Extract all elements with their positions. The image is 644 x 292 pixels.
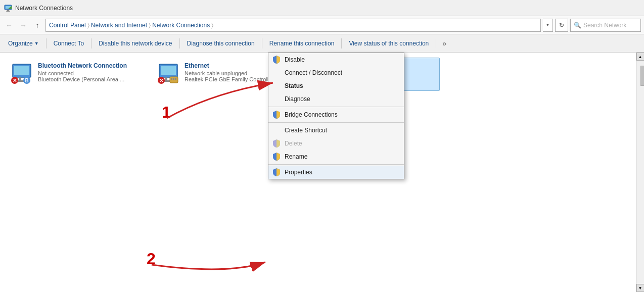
bluetooth-net-status: Not connected: [38, 70, 142, 76]
disable-shield-icon: [272, 56, 281, 64]
title-bar-text: Network Connections: [15, 5, 73, 12]
rename-shield-icon: [272, 153, 281, 161]
ctx-delete-label: Delete: [285, 140, 302, 147]
svg-rect-6: [11, 6, 12, 9]
toolbar-sep-4: [262, 38, 262, 48]
svg-rect-8: [14, 66, 29, 75]
ethernet-monitor-icon: ✕: [156, 62, 180, 86]
view-status-label: View status of this connection: [349, 40, 429, 47]
search-box[interactable]: 🔍 Search Network: [570, 19, 641, 32]
search-icon: 🔍: [574, 22, 581, 29]
path-item-control-panel[interactable]: Control Panel: [49, 22, 86, 29]
ctx-status-label: Status: [285, 82, 303, 89]
address-path: Control Panel 〉 Network and Internet 〉 N…: [45, 19, 541, 32]
path-sep-1: 〉: [87, 22, 89, 29]
step-1-label: 1: [162, 103, 171, 122]
title-bar: Network Connections: [0, 0, 644, 16]
path-sep-2: 〉: [149, 22, 151, 29]
svg-rect-9: [19, 77, 21, 80]
ctx-sep-1: [268, 107, 404, 107]
connect-to-label: Connect To: [54, 40, 84, 47]
scrollbar-up[interactable]: ▲: [636, 53, 645, 61]
scrollbar-down[interactable]: ▼: [636, 284, 645, 292]
search-placeholder: Search Network: [583, 22, 626, 29]
disable-label: Disable this network device: [99, 40, 172, 47]
toolbar-sep-6: [436, 38, 436, 48]
svg-rect-2: [7, 10, 9, 11]
bluetooth-icon-wrapper: ✕ B: [10, 62, 34, 86]
toolbar: Organize ▼ Connect To Disable this netwo…: [0, 34, 644, 53]
svg-text:B: B: [25, 78, 28, 83]
ctx-properties[interactable]: Properties: [268, 166, 404, 179]
path-item-network-internet[interactable]: Network and Internet: [91, 22, 147, 29]
ctx-disable-label: Disable: [285, 56, 305, 63]
organize-label: Organize: [8, 40, 33, 47]
rename-button[interactable]: Rename this connection: [265, 36, 339, 51]
bluetooth-network-item[interactable]: ✕ B Bluetooth Network Connection Not con…: [5, 58, 147, 91]
svg-rect-4: [9, 8, 10, 9]
rename-label: Rename this connection: [269, 40, 335, 47]
svg-rect-23: [173, 78, 174, 80]
svg-rect-16: [161, 66, 176, 75]
more-label: »: [442, 39, 446, 47]
ctx-properties-label: Properties: [285, 169, 312, 176]
organize-dropdown-icon: ▼: [34, 41, 39, 46]
bridge-shield-icon: [272, 111, 281, 119]
title-bar-icon: [4, 4, 12, 12]
ctx-create-shortcut-label: Create Shortcut: [285, 127, 327, 134]
address-bar: ← → ↑ Control Panel 〉 Network and Intern…: [0, 16, 644, 34]
path-item-network-connections[interactable]: Network Connections: [152, 22, 210, 29]
toolbar-sep-2: [91, 38, 91, 48]
connect-to-button[interactable]: Connect To: [50, 36, 88, 51]
svg-text:✕: ✕: [159, 78, 163, 83]
ctx-rename[interactable]: Rename: [268, 150, 404, 163]
ethernet-icon-wrapper: ✕: [156, 62, 180, 86]
organize-button[interactable]: Organize ▼: [4, 36, 43, 51]
ctx-create-shortcut[interactable]: Create Shortcut: [268, 124, 404, 137]
ctx-rename-label: Rename: [285, 153, 307, 160]
ctx-sep-3: [268, 164, 404, 165]
bluetooth-net-name: Bluetooth Network Connection: [38, 62, 142, 69]
ctx-status[interactable]: Status: [268, 79, 404, 92]
properties-shield-icon: [272, 168, 281, 176]
delete-shield-icon: [272, 139, 281, 148]
svg-rect-5: [10, 7, 11, 9]
ctx-disable[interactable]: Disable: [268, 53, 404, 66]
ctx-connect-label: Connect / Disconnect: [285, 69, 342, 76]
svg-rect-22: [171, 78, 172, 80]
svg-rect-17: [165, 77, 167, 80]
main-area: ✕ B Bluetooth Network Connection Not con…: [0, 53, 644, 292]
disable-button[interactable]: Disable this network device: [95, 36, 176, 51]
path-sep-3: 〉: [211, 22, 213, 29]
content-area: ✕ B Bluetooth Network Connection Not con…: [0, 53, 636, 292]
ctx-diagnose[interactable]: Diagnose: [268, 92, 404, 106]
forward-button[interactable]: →: [17, 19, 29, 31]
ctx-bridge-label: Bridge Connections: [285, 111, 338, 118]
address-dropdown[interactable]: ▼: [543, 19, 553, 32]
diagnose-label: Diagnose this connection: [187, 40, 255, 47]
ctx-delete[interactable]: Delete: [268, 137, 404, 150]
bluetooth-net-info: Bluetooth Network Connection Not connect…: [38, 62, 142, 82]
bluetooth-monitor-icon: ✕ B: [10, 62, 34, 86]
scrollbar-thumb[interactable]: [640, 66, 645, 86]
toolbar-sep-5: [341, 38, 342, 48]
ctx-bridge-connections[interactable]: Bridge Connections: [268, 108, 404, 121]
ctx-diagnose-label: Diagnose: [285, 95, 310, 103]
context-menu: Disable Connect / Disconnect Status Diag…: [268, 53, 404, 179]
back-button[interactable]: ←: [3, 19, 15, 31]
more-button[interactable]: »: [439, 36, 449, 51]
scrollbar: ▲ ▼: [636, 53, 644, 292]
bluetooth-net-detail: Bluetooth Device (Personal Area ...: [38, 76, 142, 82]
ctx-connect-disconnect[interactable]: Connect / Disconnect: [268, 66, 404, 79]
refresh-button[interactable]: ↻: [555, 19, 568, 32]
toolbar-sep-3: [179, 38, 180, 48]
svg-rect-3: [6, 11, 10, 12]
svg-rect-24: [175, 78, 176, 80]
svg-text:✕: ✕: [13, 78, 17, 83]
step-2-label: 2: [147, 250, 156, 268]
view-status-button[interactable]: View status of this connection: [345, 36, 433, 51]
up-button[interactable]: ↑: [31, 19, 43, 31]
toolbar-sep-1: [46, 38, 47, 48]
ctx-sep-2: [268, 122, 404, 123]
diagnose-button[interactable]: Diagnose this connection: [183, 36, 259, 51]
